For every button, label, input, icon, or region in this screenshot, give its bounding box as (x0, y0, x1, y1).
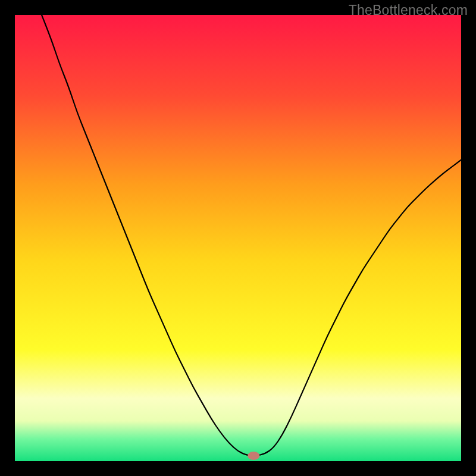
min-marker (248, 452, 259, 460)
chart-frame: TheBottleneck.com (0, 0, 476, 476)
watermark-text: TheBottleneck.com (349, 2, 468, 18)
bottleneck-chart (15, 15, 461, 461)
chart-background (15, 15, 461, 461)
